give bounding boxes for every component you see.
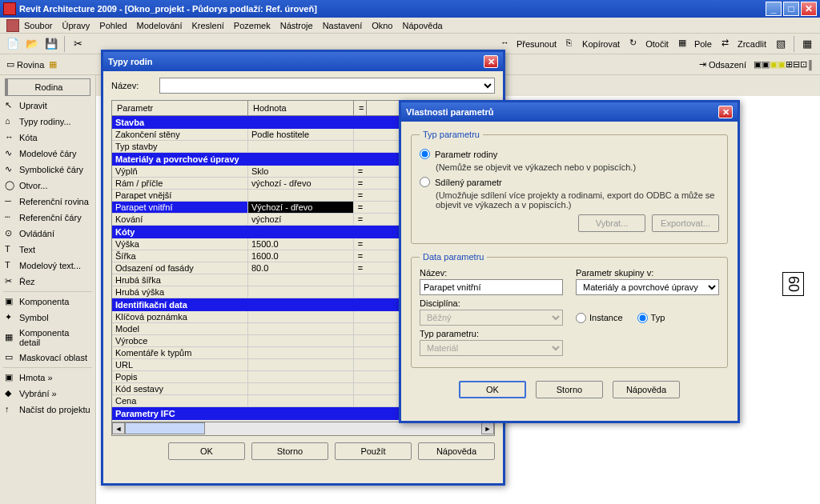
menu-modelovani[interactable]: Modelování — [137, 21, 183, 30]
tb2-btn8-icon[interactable]: ║ — [807, 60, 814, 70]
minimize-button[interactable]: _ — [766, 2, 782, 16]
menu-upravy[interactable]: Úpravy — [62, 21, 90, 30]
dialog-close-button[interactable]: ✕ — [484, 55, 498, 68]
tool-presunout[interactable]: ↔Přesunout — [500, 38, 557, 50]
cell-value[interactable] — [248, 395, 354, 406]
sidebar-item[interactable]: ▣Komponenta — [0, 294, 95, 310]
cell-value[interactable]: výchozí - dřevo — [248, 178, 354, 189]
menu-pohled[interactable]: Pohled — [99, 21, 127, 30]
menu-soubor[interactable]: Soubor — [24, 21, 52, 30]
sidebar-item[interactable]: ⊙Ovládání — [0, 226, 95, 242]
cell-value[interactable]: Podle hostitele — [248, 129, 354, 140]
cell-value[interactable] — [248, 359, 354, 370]
help-button[interactable]: Nápověda — [418, 442, 495, 460]
close-button[interactable]: ✕ — [801, 2, 817, 16]
save-icon[interactable]: 💾 — [43, 36, 59, 52]
tool-kopirovat[interactable]: ⎘Kopírovat — [566, 38, 620, 50]
hscrollbar[interactable]: ◄ ► — [112, 422, 494, 434]
th-parametr[interactable]: Parametr — [112, 101, 248, 115]
cell-value[interactable]: 1500.0 — [248, 238, 354, 250]
menu-pozemek[interactable]: Pozemek — [234, 21, 271, 30]
tb2-btn2-icon[interactable]: ▣ — [762, 59, 770, 70]
select-skupina[interactable]: Materiály a povrchové úpravy — [576, 279, 719, 295]
cell-value[interactable] — [248, 383, 354, 394]
ok-button[interactable]: OK — [168, 442, 245, 460]
scroll-thumb[interactable] — [125, 422, 205, 434]
cell-value[interactable] — [248, 274, 354, 286]
cell-value[interactable] — [248, 371, 354, 382]
radio-typ[interactable] — [637, 313, 648, 323]
grid-icon[interactable]: ▦ — [49, 59, 57, 70]
cancel-button[interactable]: Storno — [536, 381, 603, 398]
sidebar-item[interactable]: ↔Kóta — [0, 130, 95, 146]
sidebar-item[interactable]: ✂Řez — [0, 274, 95, 290]
open-icon[interactable]: 📂 — [24, 36, 40, 52]
sidebar-item[interactable]: ▭Maskovací oblast — [0, 350, 95, 366]
sidebar-item[interactable]: ▦Komponenta detail — [0, 326, 95, 350]
vybrat-button[interactable]: Vybrat... — [578, 214, 645, 232]
tb2-btn1-icon[interactable]: ▣ — [754, 59, 762, 70]
apply-button[interactable]: Použít — [335, 442, 412, 460]
tb2-btn3-icon[interactable]: ▣ — [770, 59, 778, 70]
cell-value[interactable]: 80.0 — [248, 262, 354, 274]
label-rovina[interactable]: Rovina — [17, 60, 44, 70]
sidebar-item[interactable]: ↑Načíst do projektu — [0, 402, 95, 418]
sidebar-item[interactable]: ↖Upravit — [0, 98, 95, 114]
help-button[interactable]: Nápověda — [613, 381, 680, 398]
new-icon[interactable]: 📄 — [5, 36, 21, 52]
tool-extra2-icon[interactable]: ▦ — [799, 36, 815, 52]
tool-zrcadlit[interactable]: ⇄Zrcadlit — [722, 38, 766, 50]
menu-napoveda[interactable]: Nápověda — [402, 21, 442, 30]
cell-value[interactable] — [248, 286, 354, 298]
label-odsazeni[interactable]: Odsazení — [709, 60, 746, 70]
sidebar-item[interactable]: ⌂Typy rodiny... — [0, 114, 95, 130]
cell-value[interactable] — [248, 190, 354, 201]
menu-kresleni[interactable]: Kreslení — [191, 21, 223, 30]
tb2-btn5-icon[interactable]: ⊞ — [786, 59, 793, 70]
menu-nastroje[interactable]: Nástroje — [280, 21, 313, 30]
menu-nastaveni[interactable]: Nastavení — [323, 21, 363, 30]
maximize-button[interactable]: □ — [783, 2, 799, 16]
cell-value[interactable] — [248, 347, 354, 358]
sidebar-item[interactable]: ▣Hmota » — [0, 370, 95, 386]
tb2-btn7-icon[interactable]: ⊡ — [800, 59, 807, 70]
cell-value[interactable]: výchozí — [248, 214, 354, 225]
dialog-close-button[interactable]: ✕ — [718, 106, 733, 118]
radio-parametr-rodiny[interactable] — [420, 149, 430, 159]
menu-okno[interactable]: Okno — [372, 21, 392, 30]
th-eq[interactable]: = — [354, 101, 367, 115]
input-nazev[interactable] — [420, 279, 563, 295]
sidebar-item[interactable]: TText — [0, 242, 95, 258]
sidebar-item[interactable]: ◯Otvor... — [0, 178, 95, 194]
tb2-btn6-icon[interactable]: ⊟ — [793, 59, 800, 70]
cell-param: Parapet vnitřní — [112, 202, 248, 213]
cell-value[interactable]: 1600.0 — [248, 250, 354, 262]
cell-value[interactable]: Sklo — [248, 166, 354, 177]
radio-instance[interactable] — [576, 313, 586, 323]
name-select[interactable] — [159, 78, 495, 94]
sidebar-item[interactable]: TModelový text... — [0, 258, 95, 274]
scroll-left-icon[interactable]: ◄ — [112, 422, 125, 434]
sidebar-item[interactable]: ◆Vybrání » — [0, 386, 95, 402]
tool-otocit[interactable]: ↻Otočit — [629, 38, 669, 50]
sidebar-item[interactable]: ✦Symbol — [0, 310, 95, 326]
cell-value[interactable] — [248, 323, 354, 334]
sidebar-item[interactable]: ∿Modelové čáry — [0, 146, 95, 162]
cancel-button[interactable]: Storno — [251, 442, 328, 460]
sidebar-item[interactable]: ─Referenční rovina — [0, 194, 95, 210]
tb2-btn4-icon[interactable]: ▣ — [778, 59, 786, 70]
radio-sdileny-parametr[interactable] — [420, 177, 430, 187]
ok-button[interactable]: OK — [459, 381, 526, 398]
exportovat-button[interactable]: Exportovat... — [652, 214, 719, 232]
sidebar-item[interactable]: ┄Referenční čáry — [0, 210, 95, 226]
cell-value[interactable]: Výchozí - dřevo — [248, 202, 354, 213]
scroll-right-icon[interactable]: ► — [481, 422, 494, 434]
cut-icon[interactable]: ✂ — [70, 36, 86, 52]
cell-value[interactable] — [248, 335, 354, 346]
tool-extra1-icon[interactable]: ▧ — [773, 36, 789, 52]
tool-pole[interactable]: ▦Pole — [678, 38, 712, 50]
cell-value[interactable] — [248, 311, 354, 322]
cell-value[interactable] — [248, 141, 354, 152]
th-hodnota[interactable]: Hodnota — [248, 101, 354, 115]
sidebar-item[interactable]: ∿Symbolické čáry — [0, 162, 95, 178]
